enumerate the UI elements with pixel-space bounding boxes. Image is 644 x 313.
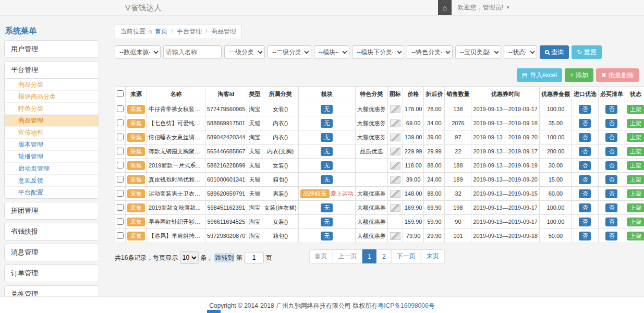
coupon-time: 2019-09-13—2019-09-17 [471, 145, 540, 159]
filter-select-5[interactable]: --特色分类-- [407, 45, 453, 59]
source-badge: 采集 [127, 105, 145, 114]
must-buy-cell: 否 [598, 229, 625, 243]
submenu-item[interactable]: 平台配置 [5, 187, 99, 198]
status-badge[interactable]: 上架 [627, 203, 644, 212]
filter-select-3[interactable]: --模块-- [314, 45, 349, 59]
status-badge[interactable]: 上架 [627, 189, 644, 198]
page-button-上一页[interactable]: 上一页 [332, 249, 362, 263]
batch-delete-button[interactable]: ✖ 批量删除 [596, 68, 639, 82]
must-buy-toggle[interactable]: 否 [605, 161, 617, 170]
sidebar-item[interactable]: 消息管理 [5, 244, 99, 261]
breadcrumb: 当前位置 ⌂ 首页 / 平台管理 / 商品管理 [115, 24, 242, 39]
breadcrumb-home-link[interactable]: 首页 [155, 28, 167, 35]
row-select-cell [115, 130, 126, 145]
sidebar-item[interactable]: 拼团管理 [5, 202, 99, 219]
status-badge[interactable]: 上架 [627, 105, 644, 114]
add-button[interactable]: + 添加 [565, 68, 593, 82]
filter-select-6[interactable]: --宝贝类型-- [455, 45, 501, 59]
excel-icon: ▤ [522, 71, 528, 79]
import-select-cell: 否 [572, 187, 598, 201]
import-select-toggle[interactable]: 否 [579, 189, 591, 198]
filter-select-1[interactable]: 一级分类 [224, 45, 265, 59]
must-buy-toggle[interactable]: 否 [605, 175, 617, 184]
icp-link[interactable]: 粤ICP备16098006号 [378, 302, 434, 309]
import-select-toggle[interactable]: 否 [579, 133, 591, 142]
submenu-item[interactable]: 特色分类 [5, 103, 99, 115]
submenu-item[interactable]: 意见反馈 [5, 175, 99, 187]
must-buy-toggle[interactable]: 否 [605, 218, 617, 226]
sidebar-item[interactable]: 省钱快报 [5, 223, 99, 240]
module-badge: 品牌精选 [300, 189, 330, 198]
product-image [390, 162, 400, 170]
page-jump-input[interactable] [244, 252, 264, 263]
import-select-toggle[interactable]: 否 [579, 203, 591, 212]
must-buy-toggle[interactable]: 否 [605, 232, 617, 240]
must-buy-toggle[interactable]: 否 [605, 119, 617, 128]
must-buy-toggle[interactable]: 否 [605, 189, 617, 198]
must-buy-toggle[interactable]: 否 [605, 203, 617, 212]
row-checkbox[interactable] [117, 162, 124, 168]
must-buy-toggle[interactable]: 否 [605, 105, 617, 114]
page-button-1[interactable]: 1 [362, 249, 377, 263]
must-buy-toggle[interactable]: 否 [605, 133, 617, 142]
submenu-item[interactable]: 轮播管理 [5, 151, 99, 163]
submenu-item[interactable]: 宣传物料 [5, 127, 99, 139]
product-type: 天猫 [247, 116, 262, 130]
import-select-toggle[interactable]: 否 [579, 105, 591, 114]
sidebar-item[interactable]: 订单管理 [5, 265, 99, 282]
submenu-item[interactable]: 启动页管理 [5, 163, 99, 175]
home-icon-small: ⌂ [148, 28, 152, 35]
sidebar-item[interactable]: 用户管理 [5, 41, 99, 57]
home-button[interactable]: ⌂ [438, 0, 452, 15]
row-checkbox[interactable] [117, 232, 124, 239]
select-all-checkbox[interactable] [117, 90, 124, 97]
page-button-2[interactable]: 2 [376, 249, 392, 263]
module-cell: 无 [298, 173, 355, 187]
filter-select-7[interactable]: --状态-- [504, 45, 537, 59]
module-cell: 无 [298, 201, 355, 215]
user-dropdown[interactable]: 欢迎您，管理员! ▼ [452, 0, 516, 15]
import-excel-button[interactable]: ▤ 导入excel [517, 68, 562, 82]
status-badge[interactable]: 上架 [627, 175, 644, 184]
reset-button[interactable]: ↻ 重置 [572, 45, 602, 59]
import-select-toggle[interactable]: 否 [579, 232, 591, 240]
row-checkbox[interactable] [117, 134, 124, 140]
import-select-toggle[interactable]: 否 [579, 218, 591, 226]
import-select-toggle[interactable]: 否 [579, 161, 591, 170]
status-badge[interactable]: 上架 [627, 218, 644, 226]
page-button-首页[interactable]: 首页 [309, 249, 333, 263]
submenu-item[interactable]: 商品分类 [5, 79, 99, 91]
row-checkbox[interactable] [117, 148, 124, 154]
status-badge[interactable]: 上架 [627, 161, 644, 170]
row-checkbox[interactable] [117, 119, 124, 126]
page-button-下一页[interactable]: 下一页 [391, 249, 421, 263]
import-select-toggle[interactable]: 否 [579, 175, 591, 184]
page-footer: Copyright © 2014-2018 广州九驰网络科技有限公司 版权所有粤… [0, 296, 644, 313]
select-all-header-cell [115, 87, 126, 102]
status-badge[interactable]: 上架 [627, 133, 644, 142]
import-select-toggle[interactable]: 否 [579, 119, 591, 128]
row-checkbox[interactable] [117, 105, 124, 112]
breadcrumb-item: 平台管理 [177, 28, 202, 35]
submenu-item[interactable]: 模块商品分类 [5, 91, 99, 103]
row-checkbox[interactable] [117, 204, 124, 211]
status-badge[interactable]: 上架 [627, 232, 644, 240]
status-badge[interactable]: 上架 [627, 147, 644, 156]
import-select-toggle[interactable]: 否 [579, 147, 591, 156]
submenu-item[interactable]: 版本管理 [5, 139, 99, 151]
submenu-item[interactable]: 商品管理 [5, 115, 99, 127]
page-button-末页[interactable]: 末页 [421, 249, 445, 263]
sidebar-item[interactable]: 平台管理 [5, 62, 99, 78]
search-button[interactable]: 查询 [540, 45, 569, 59]
must-buy-toggle[interactable]: 否 [605, 147, 617, 156]
row-checkbox[interactable] [117, 218, 124, 225]
filter-select-2[interactable]: --二级分类-- [268, 45, 311, 59]
name-search-input[interactable] [163, 45, 222, 59]
status-badge[interactable]: 上架 [627, 119, 644, 128]
row-checkbox[interactable] [117, 176, 124, 183]
filter-select-4[interactable]: --模块下分类-- [352, 45, 404, 59]
per-page-select[interactable]: 10 [180, 251, 199, 264]
row-checkbox[interactable] [117, 190, 124, 197]
filter-select-0[interactable]: --数据来源-- [115, 45, 161, 59]
column-header: 图标 [387, 87, 403, 102]
